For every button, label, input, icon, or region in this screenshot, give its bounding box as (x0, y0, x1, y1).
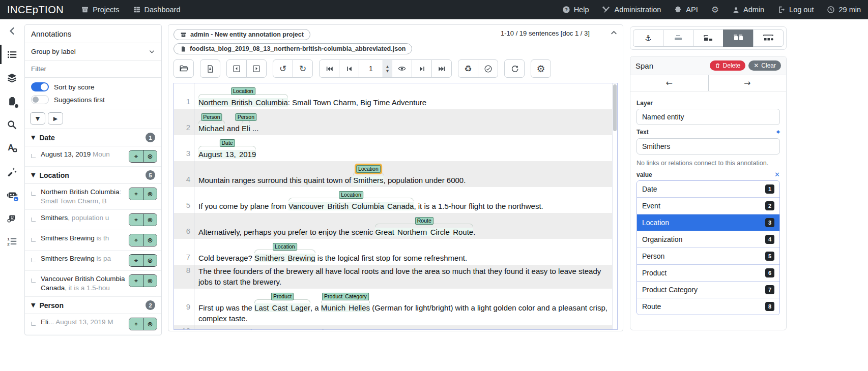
annotation-span[interactable]: Product CategoryMunich Helles (321, 303, 370, 312)
prev-annotation-button[interactable]: ← (630, 75, 708, 91)
annotation-list-item[interactable]: Eli... August 13, 2019 M⌖⊗ (25, 314, 161, 334)
delete-annotation-button[interactable]: Delete (710, 60, 746, 71)
jump-to-annotation-button[interactable]: ⌖ (129, 234, 143, 246)
jump-to-annotation-button[interactable]: ⌖ (129, 150, 143, 162)
sidebar-tab-spelling[interactable]: A (0, 136, 24, 160)
annotation-span[interactable]: PersonMichael (198, 124, 225, 133)
annotation-group-header[interactable]: ▼Location5 (25, 167, 161, 184)
reject-annotation-button[interactable]: ⊗ (143, 275, 157, 287)
sentence-text[interactable]: LocationNorthern British Columbia: Small… (194, 83, 612, 109)
value-option[interactable]: Location3 (637, 214, 779, 231)
sidebar-tab-assistant[interactable] (0, 206, 24, 230)
annotation-list-item[interactable]: Smithers, population u⌖⊗ (25, 210, 161, 230)
mode-no-labels-button[interactable] (663, 29, 693, 47)
jump-to-annotation-button[interactable]: ⌖ (129, 275, 143, 287)
filter-input[interactable] (31, 65, 155, 73)
annotation-list-item[interactable]: Northern British Columbia: Small Town Ch… (25, 184, 161, 210)
annotation-label-chip[interactable]: Location (356, 165, 381, 173)
sentence-number-input[interactable] (359, 60, 383, 77)
refresh-button[interactable] (504, 59, 525, 78)
annotation-span[interactable]: DateAugust 13, 2019 (198, 150, 256, 159)
jump-to-annotation-button[interactable]: ⌖ (129, 188, 143, 200)
sort-by-score-toggle[interactable] (31, 82, 49, 91)
sentence-text[interactable]: ISA, not IPA? That was a great surprise. (194, 325, 612, 329)
annotation-list-item[interactable]: Smithers Brewing is pa⌖⊗ (25, 251, 161, 271)
sentence-text[interactable]: DateAugust 13, 2019 (194, 135, 612, 161)
export-document-button[interactable] (200, 59, 220, 78)
annotation-list-item[interactable]: Smithers Brewing is th⌖⊗ (25, 230, 161, 251)
annotation-span[interactable]: LocationNorthern British Columbia (198, 98, 288, 107)
annotation-group-header[interactable]: ▼Date1 (25, 129, 161, 146)
prev-unit-button[interactable] (226, 59, 247, 78)
annotation-label-chip[interactable]: Person (201, 113, 222, 121)
last-page-button[interactable] (431, 59, 452, 78)
jump-to-annotation-button[interactable]: ⌖ (129, 255, 143, 266)
undo-button[interactable]: ↺ (273, 59, 293, 78)
expand-all-button[interactable]: ▶ (48, 112, 63, 125)
nav-administration[interactable]: Administration (602, 6, 661, 14)
collapse-sidebar-button[interactable] (0, 19, 24, 43)
nav-logout[interactable]: Log out (777, 6, 814, 14)
sentence-text[interactable]: Cold beverage? LocationSmithers Brewing … (194, 239, 612, 265)
annotation-label-chip[interactable]: Product Category (322, 293, 369, 300)
annotation-span[interactable]: ProductLast Cast Lager (254, 303, 310, 312)
sentence-text[interactable]: First up was the ProductLast Cast Lager,… (194, 289, 612, 325)
annotation-group-header[interactable]: ▼Person2 (25, 297, 161, 314)
reject-annotation-button[interactable]: ⊗ (143, 188, 157, 200)
open-document-button[interactable] (173, 59, 194, 78)
scrollbar-thumb[interactable] (613, 84, 617, 131)
document-scrollbar[interactable] (612, 83, 617, 329)
pin-scroll-button[interactable]: ⚓ (633, 29, 663, 47)
value-option[interactable]: Product6 (637, 264, 779, 281)
annotation-label-chip[interactable]: Person (236, 113, 256, 121)
clear-value-icon[interactable]: ✕ (774, 171, 780, 178)
next-annotation-button[interactable]: → (708, 75, 787, 91)
nav-help[interactable]: ? Help (562, 6, 589, 14)
sidebar-tab-documents[interactable] (0, 89, 24, 113)
annotation-span[interactable]: LocationSmithers (353, 176, 383, 184)
next-page-button[interactable] (412, 59, 432, 78)
sidebar-tab-search[interactable] (0, 113, 24, 136)
nav-projects[interactable]: Projects (81, 6, 119, 14)
value-option[interactable]: Route8 (637, 298, 779, 315)
reject-annotation-button[interactable]: ⊗ (143, 318, 157, 330)
value-option[interactable]: Organization4 (637, 231, 779, 248)
jump-to-annotation-button[interactable]: ⌖ (129, 214, 143, 226)
annotation-list-item[interactable]: August 13, 2019 Moun⌖⊗ (25, 146, 161, 167)
text-value[interactable]: Smithers (636, 138, 780, 154)
prev-page-button[interactable] (339, 59, 359, 78)
mode-dotted-button[interactable] (753, 29, 784, 47)
annotation-label-chip[interactable]: Product (271, 293, 294, 300)
nav-api[interactable]: API (674, 6, 698, 14)
sidebar-tab-automation[interactable] (0, 183, 24, 206)
value-option[interactable]: Person5 (637, 248, 779, 264)
breadcrumb-document[interactable]: foodista_blog_2019_08_13_northern-britis… (173, 43, 412, 54)
nav-dashboard[interactable]: Dashboard (133, 6, 181, 14)
mode-compact-button[interactable] (693, 29, 724, 47)
annotation-span[interactable]: RouteGreat Northern Circle Route (375, 228, 473, 236)
sidebar-tab-layers[interactable] (0, 66, 24, 89)
sentence-text[interactable]: Alternatively, perhaps you prefer to enj… (194, 213, 612, 239)
target-icon[interactable]: ⌖ (776, 128, 780, 136)
sentence-text[interactable]: If you come by plane from LocationVancou… (194, 187, 612, 213)
annotation-label-chip[interactable]: Date (220, 139, 235, 147)
annotation-label-chip[interactable]: Location (339, 191, 363, 199)
redo-button[interactable]: ↻ (293, 59, 313, 78)
annotation-span[interactable]: LocationVancouver British Columbia Canad… (288, 202, 414, 210)
clear-selection-button[interactable]: ✕ Clear (748, 60, 781, 71)
value-option[interactable]: Product Category7 (637, 281, 779, 298)
collapse-all-button[interactable]: ▼ (30, 112, 45, 125)
focus-view-button[interactable] (392, 59, 412, 78)
annotation-span[interactable]: LocationSmithers Brewing (254, 254, 315, 262)
group-by-select[interactable]: Group by label (25, 43, 161, 60)
collapse-header-button[interactable] (610, 29, 618, 38)
next-unit-button[interactable] (246, 59, 267, 78)
sidebar-tab-recommenders[interactable] (0, 160, 24, 183)
suggestions-first-toggle[interactable] (31, 95, 49, 104)
first-page-button[interactable] (319, 59, 339, 78)
annotation-list-item[interactable]: Vancouver British Columbia Canada, it is… (25, 271, 161, 297)
number-stepper[interactable]: ▲▼ (383, 60, 392, 77)
reject-annotation-button[interactable]: ⊗ (143, 150, 157, 162)
finish-document-button[interactable] (478, 59, 498, 78)
jump-to-annotation-button[interactable]: ⌖ (129, 318, 143, 330)
